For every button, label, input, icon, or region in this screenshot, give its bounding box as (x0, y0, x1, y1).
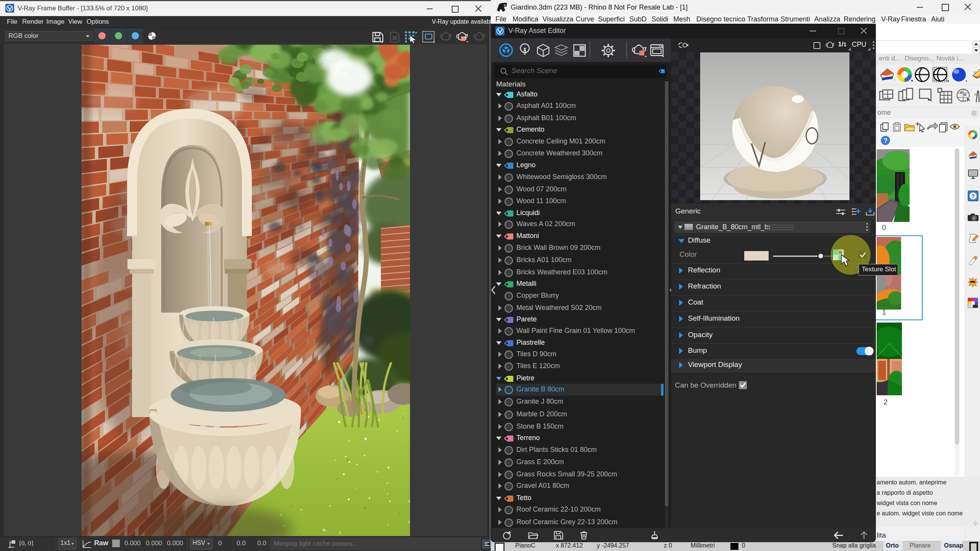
svg-text:?: ? (884, 137, 887, 144)
svg-text:?: ? (971, 193, 975, 199)
svg-text:8: 8 (504, 3, 506, 7)
